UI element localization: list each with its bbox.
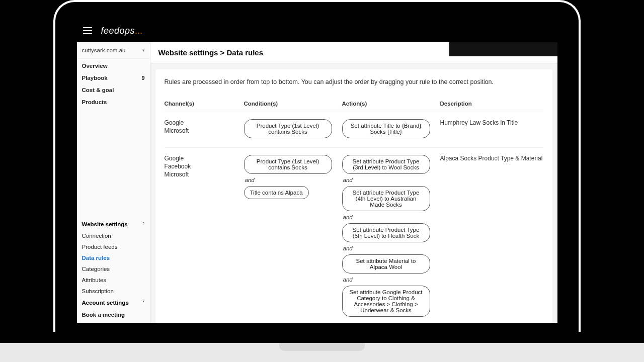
- rule-row[interactable]: GoogleFacebookMicrosoftProduct Type (1st…: [165, 147, 543, 323]
- rule-conditions: Product Type (1st Level) contains Socks: [244, 119, 342, 138]
- nav-badge: 9: [141, 75, 144, 81]
- nav-sub-product-feeds[interactable]: Product feeds: [77, 241, 150, 252]
- nav-sub-subscription[interactable]: Subscription: [77, 286, 150, 297]
- channel-label: Microsoft: [165, 127, 244, 134]
- nav-sub-categories[interactable]: Categories: [77, 263, 150, 275]
- rule-row[interactable]: GoogleMicrosoftProduct Type (1st Level) …: [165, 112, 543, 147]
- main: Website settings > Data rules Rules are …: [150, 42, 557, 323]
- nav-sub-connection[interactable]: Connection: [77, 230, 150, 241]
- sidebar: cuttysark.com.au ▾ OverviewPlaybook9Cost…: [77, 42, 150, 323]
- condition-chip[interactable]: Product Type (1st Level) contains Socks: [244, 155, 332, 174]
- nav-website-settings-label: Website settings: [82, 221, 128, 227]
- site-selector[interactable]: cuttysark.com.au ▾: [77, 42, 150, 59]
- nav-sub-data-rules[interactable]: Data rules: [77, 252, 150, 263]
- rule-description: Humphrey Law Socks in Title: [440, 119, 543, 126]
- topbar: feedops...: [77, 19, 557, 42]
- rules-info-em: dragging your rule to the correct positi…: [379, 78, 494, 85]
- app-screen: feedops... cuttysark.com.au ▾ OverviewPl…: [77, 19, 557, 323]
- condition-join: and: [244, 177, 255, 183]
- nav-bottom: Website settings ˄ ConnectionProduct fee…: [77, 218, 150, 323]
- rule-description: Alpaca Socks Product Type & Material: [440, 155, 543, 162]
- nav-book-meeting[interactable]: Book a meeting: [77, 309, 150, 321]
- rules-info-prefix: Rules are processed in order from top to…: [165, 78, 379, 85]
- rule-conditions: Product Type (1st Level) contains Socksa…: [244, 155, 342, 199]
- menu-icon[interactable]: [83, 27, 92, 34]
- nav-item-label: Overview: [82, 63, 108, 69]
- nav-book-meeting-label: Book a meeting: [82, 312, 125, 318]
- chevron-down-icon: ˅: [142, 300, 145, 305]
- action-chip[interactable]: Set attribute Product Type (3rd Level) t…: [342, 155, 430, 174]
- col-conditions: Condition(s): [244, 101, 342, 107]
- device-frame: feedops... cuttysark.com.au ▾ OverviewPl…: [53, 0, 581, 332]
- rule-actions: Set attribute Title to {Brand} Socks {Ti…: [342, 119, 440, 138]
- page-title: Website settings > Data rules: [150, 42, 557, 63]
- action-chip[interactable]: Set attribute Material to Alpaca Wool: [342, 254, 430, 274]
- action-join: and: [342, 245, 353, 251]
- rule-actions: Set attribute Product Type (3rd Level) t…: [342, 155, 440, 317]
- nav-item-products[interactable]: Products: [77, 96, 150, 108]
- action-join: and: [342, 177, 353, 183]
- logo-text: feedops: [101, 26, 135, 36]
- action-chip[interactable]: Set attribute Google Product Category to…: [342, 286, 430, 317]
- nav-website-settings[interactable]: Website settings ˄: [77, 218, 150, 230]
- nav-item-playbook[interactable]: Playbook9: [77, 72, 150, 84]
- nav-account-settings[interactable]: Account settings ˅: [77, 297, 150, 309]
- nav-sub-attributes[interactable]: Attributes: [77, 275, 150, 286]
- nav-item-overview[interactable]: Overview: [77, 60, 150, 72]
- action-chip[interactable]: Set attribute Title to {Brand} Socks {Ti…: [342, 119, 430, 138]
- action-join: and: [342, 214, 353, 220]
- top-right-overlay: [449, 42, 557, 56]
- rule-channels: GoogleMicrosoft: [165, 119, 244, 134]
- channel-label: Microsoft: [165, 171, 244, 178]
- rules-header-row: Channel(s) Condition(s) Action(s) Descri…: [165, 101, 543, 112]
- col-channels: Channel(s): [165, 101, 244, 107]
- nav-item-label: Products: [82, 99, 107, 105]
- channel-label: Facebook: [165, 163, 244, 170]
- rules-info: Rules are processed in order from top to…: [165, 78, 543, 85]
- chevron-up-icon: ˄: [142, 222, 145, 227]
- channel-label: Google: [165, 155, 244, 162]
- channel-label: Google: [165, 119, 244, 126]
- device-notch: [279, 343, 365, 351]
- action-join: and: [342, 277, 353, 283]
- site-domain: cuttysark.com.au: [82, 47, 126, 53]
- nav-item-label: Cost & goal: [82, 87, 114, 93]
- nav-item-cost-goal[interactable]: Cost & goal: [77, 84, 150, 96]
- logo: feedops...: [101, 26, 143, 36]
- action-chip[interactable]: Set attribute Product Type (4th Level) t…: [342, 186, 430, 211]
- nav-item-label: Playbook: [82, 75, 108, 81]
- nav-account-settings-label: Account settings: [82, 300, 129, 306]
- nav-top: OverviewPlaybook9Cost & goalProducts: [77, 59, 150, 108]
- col-actions: Action(s): [342, 101, 440, 107]
- rule-channels: GoogleFacebookMicrosoft: [165, 155, 244, 178]
- col-description: Description: [440, 101, 543, 107]
- action-chip[interactable]: Set attribute Product Type (5th Level) t…: [342, 223, 430, 242]
- condition-chip[interactable]: Title contains Alpaca: [244, 186, 309, 199]
- chevron-down-icon: ▾: [142, 48, 145, 53]
- logo-dots: ...: [135, 26, 142, 36]
- rules-panel: Rules are processed in order from top to…: [155, 69, 552, 323]
- condition-chip[interactable]: Product Type (1st Level) contains Socks: [244, 119, 332, 138]
